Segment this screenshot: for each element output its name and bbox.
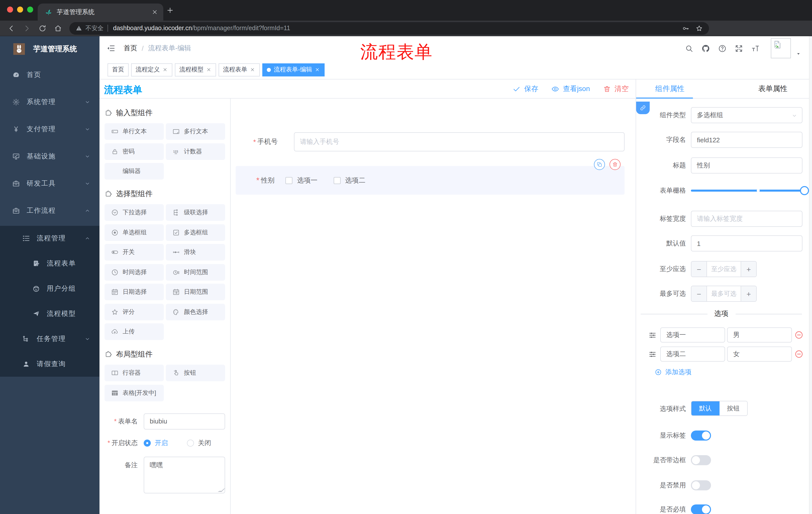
drag-icon[interactable] xyxy=(648,331,657,340)
new-tab-button[interactable] xyxy=(166,6,174,15)
home-button[interactable] xyxy=(54,24,62,32)
palette-item-日期选择[interactable]: 日期选择 xyxy=(105,283,164,300)
increment-button[interactable]: + xyxy=(741,286,756,301)
key-icon[interactable] xyxy=(682,24,689,32)
checkbox-option[interactable]: 选项一 xyxy=(285,176,317,185)
toggle-switch[interactable] xyxy=(691,505,711,514)
field-name-input[interactable]: field122 xyxy=(691,132,803,148)
palette-item-单选框组[interactable]: 单选框组 xyxy=(105,224,164,241)
palette-item-开关[interactable]: 开关 xyxy=(105,244,164,261)
tags-view-tab[interactable]: 流程定义 xyxy=(131,63,172,76)
sidebar-subitem-流程表单[interactable]: 流程表单 xyxy=(0,251,99,276)
sidebar-subitem-任务管理[interactable]: 任务管理 xyxy=(0,326,99,352)
back-button[interactable] xyxy=(7,24,16,32)
minimize-window-button[interactable] xyxy=(17,6,23,12)
palette-item-密码[interactable]: 密码 xyxy=(105,143,164,160)
palette-item-编辑器[interactable]: 编辑器 xyxy=(105,163,164,180)
option-value-input[interactable]: 女 xyxy=(727,347,792,361)
delete-component-button[interactable] xyxy=(609,159,620,170)
search-button[interactable] xyxy=(685,44,693,53)
palette-item-行容器[interactable]: 行容器 xyxy=(105,364,164,381)
status-on-label[interactable]: 开启 xyxy=(155,438,168,448)
fullscreen-button[interactable] xyxy=(735,44,743,53)
form-name-input[interactable]: biubiu xyxy=(144,413,225,429)
palette-item-滑块[interactable]: 滑块 xyxy=(166,244,225,261)
label-width-input[interactable]: 请输入标签宽度 xyxy=(691,211,803,227)
reload-button[interactable] xyxy=(38,24,47,32)
phone-field-input[interactable]: 请输入手机号 xyxy=(294,132,625,152)
checkbox[interactable] xyxy=(285,177,292,184)
sidebar-item-系统管理[interactable]: 系统管理 xyxy=(0,88,99,116)
style-button-button[interactable]: 按钮 xyxy=(719,401,747,415)
copy-component-button[interactable] xyxy=(594,159,605,170)
palette-item-下拉选择[interactable]: 下拉选择 xyxy=(105,204,164,221)
option-label-input[interactable]: 选项二 xyxy=(660,347,725,361)
sidebar-item-支付管理[interactable]: 支付管理 xyxy=(0,116,99,143)
increment-button[interactable]: + xyxy=(741,262,756,277)
menu-fold-icon[interactable] xyxy=(107,44,116,53)
palette-item-上传[interactable]: 上传 xyxy=(105,323,164,340)
close-icon[interactable] xyxy=(315,67,320,73)
style-default-button[interactable]: 默认 xyxy=(691,401,719,415)
palette-item-多选框组[interactable]: 多选框组 xyxy=(166,224,225,241)
sidebar-item-工作流程[interactable]: 工作流程 xyxy=(0,197,99,224)
drag-icon[interactable] xyxy=(648,350,657,359)
github-button[interactable] xyxy=(701,44,710,53)
palette-item-计数器[interactable]: 123计数器 xyxy=(166,143,225,160)
selected-component-block[interactable]: * 性别 选项一选项二 xyxy=(236,166,625,195)
palette-item-按钮[interactable]: 按钮 xyxy=(166,364,225,381)
sidebar-subitem-请假查询[interactable]: 请假查询 xyxy=(0,352,99,377)
decrement-button[interactable]: − xyxy=(691,286,707,301)
font-size-button[interactable] xyxy=(751,44,760,53)
sidebar-item-研发工具[interactable]: 研发工具 xyxy=(0,170,99,197)
tags-view-tab[interactable]: 首页 xyxy=(108,63,128,76)
sidebar-item-首页[interactable]: 首页 xyxy=(0,61,99,88)
slider-handle[interactable] xyxy=(800,186,809,195)
resize-handle[interactable] xyxy=(218,488,226,492)
add-option-button[interactable]: 添加选项 xyxy=(655,364,691,380)
tags-view-tab[interactable]: 流程表单-编辑 xyxy=(262,63,325,76)
window-controls[interactable] xyxy=(7,6,33,12)
sidebar-item-基础设施[interactable]: 基础设施 xyxy=(0,143,99,170)
status-on-radio[interactable] xyxy=(144,439,151,447)
checkbox-option[interactable]: 选项二 xyxy=(334,176,365,185)
forward-button[interactable] xyxy=(23,24,31,32)
palette-item-多行文本[interactable]: 多行文本 xyxy=(166,123,225,140)
toggle-switch[interactable] xyxy=(691,431,711,440)
avatar-caret-down-icon[interactable] xyxy=(796,51,801,56)
status-off-label[interactable]: 关闭 xyxy=(198,438,211,448)
保存-button[interactable]: 保存 xyxy=(513,84,539,93)
tags-view-tab[interactable]: 流程表单 xyxy=(219,63,260,76)
avatar[interactable] xyxy=(771,38,791,58)
form-grid-slider[interactable] xyxy=(691,190,805,192)
default-value-input[interactable]: 1 xyxy=(691,235,803,251)
toggle-switch[interactable] xyxy=(691,480,711,490)
option-value-input[interactable]: 男 xyxy=(727,327,792,343)
tab-form-props[interactable]: 表单属性 xyxy=(758,79,787,98)
address-bar[interactable]: 不安全 dashboard.yudao.iocoder.cn/bpm/manag… xyxy=(69,22,709,34)
form-remark-textarea[interactable]: 嘿嘿 xyxy=(144,456,225,493)
palette-item-颜色选择[interactable]: 颜色选择 xyxy=(166,303,225,320)
查看json-button[interactable]: 查看json xyxy=(551,84,590,93)
close-icon[interactable] xyxy=(162,67,168,73)
close-icon[interactable] xyxy=(206,67,211,73)
palette-item-时间范围[interactable]: 时间范围 xyxy=(166,264,225,280)
bookmark-star-icon[interactable] xyxy=(695,24,703,32)
close-tab-icon[interactable] xyxy=(151,8,158,16)
zoom-window-button[interactable] xyxy=(27,6,33,12)
minus-circle-icon[interactable] xyxy=(794,330,804,340)
status-off-radio[interactable] xyxy=(187,439,194,447)
sidebar-logo[interactable]: 芋道管理系统 xyxy=(0,36,99,61)
palette-item-时间选择[interactable]: 时间选择 xyxy=(105,264,164,280)
sidebar-subitem-用户分组[interactable]: 用户分组 xyxy=(0,276,99,301)
tab-component-props[interactable]: 组件属性 xyxy=(655,79,685,98)
toggle-switch[interactable] xyxy=(691,455,711,465)
清空-button[interactable]: 清空 xyxy=(603,84,629,93)
browser-tab[interactable]: 芋道管理系统 xyxy=(38,3,163,21)
page-scrollbar[interactable] xyxy=(809,36,812,514)
decrement-button[interactable]: − xyxy=(691,262,707,277)
phone-field-row[interactable]: *手机号 请输入手机号 xyxy=(231,132,636,152)
title-input[interactable]: 性别 xyxy=(691,157,803,173)
checkbox[interactable] xyxy=(334,177,341,184)
palette-item-级联选择[interactable]: 级联选择 xyxy=(166,204,225,221)
